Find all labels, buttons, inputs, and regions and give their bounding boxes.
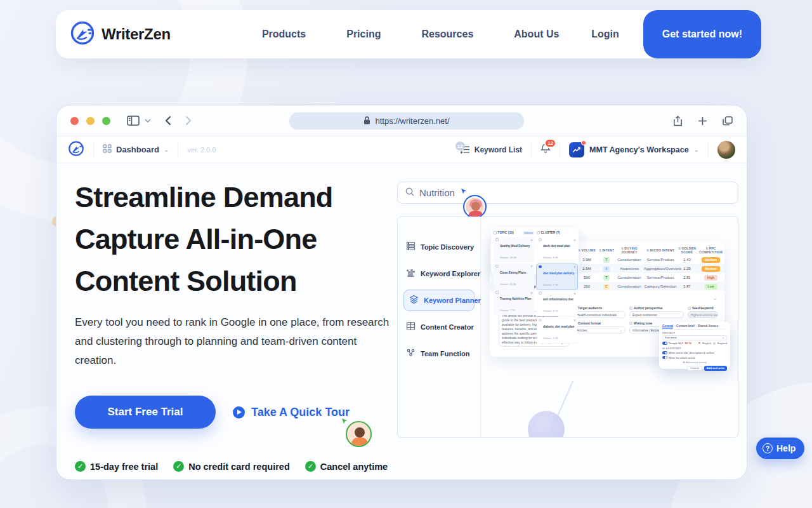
radio-icon xyxy=(539,265,542,269)
keyword-list-badge: 12 xyxy=(455,142,465,150)
divider xyxy=(531,143,532,157)
menu-item-content-creator[interactable]: Content Creator xyxy=(398,314,480,340)
column-golden-score: ⇅GOLDEN SCORE xyxy=(677,246,697,254)
headline-line-3: Content Solution xyxy=(75,260,386,302)
cell-journey: Consideration xyxy=(615,258,644,262)
cell-golden: 1.43 xyxy=(677,258,697,262)
cell-ppc: High xyxy=(697,275,724,281)
cell-volume: 260 xyxy=(575,284,598,288)
user-avatar[interactable] xyxy=(717,141,735,159)
cell-volume: 3.9M xyxy=(575,258,598,262)
nav-link-resources[interactable]: Resources xyxy=(421,29,473,40)
workspace-icon xyxy=(569,142,584,157)
menu-item-keyword-explorer[interactable]: Keyword Explorer xyxy=(398,260,480,287)
cell-ppc: Medium xyxy=(697,257,724,263)
browser-chrome-bar: https://writerzen.net/ xyxy=(56,105,747,137)
topic-column: TOPIC (10) Volume Healthy Meal DeliveryV… xyxy=(494,230,534,272)
target-audience-input: Health-conscious individuals xyxy=(573,311,625,318)
question-mark-icon: ? xyxy=(763,443,773,453)
keyword-list-icon: 12 xyxy=(461,145,470,154)
team-function-icon xyxy=(406,348,416,360)
tabs-overview-icon[interactable] xyxy=(723,116,733,126)
cluster-item-selected: diet meal plan deliveryVolume: 7.3K ⚙ xyxy=(537,264,577,290)
minimize-window-icon[interactable] xyxy=(86,117,95,125)
checklist-label: No credit card required xyxy=(188,462,290,472)
lock-icon xyxy=(363,116,370,127)
checkbox-icon xyxy=(494,231,497,234)
ai-toggle-label: Write article title, description & outli… xyxy=(669,351,714,354)
cell-micro: Service/Product xyxy=(644,276,677,279)
column-buying-journey: ⇅BUYING JOURNEY xyxy=(615,246,644,254)
sidebar-toggle-icon[interactable] xyxy=(127,116,140,126)
checklist-item: ✓ 15-day free trial xyxy=(75,461,158,472)
cancel-button: Cancel xyxy=(687,366,702,371)
radio-icon xyxy=(539,238,542,241)
start-free-trial-button[interactable]: Start Free Trial xyxy=(75,396,216,429)
column-ppc-competition: ⇅PPC COMPETITION xyxy=(697,246,724,254)
forward-icon[interactable] xyxy=(185,116,192,126)
notifications-button[interactable]: 12 xyxy=(540,143,551,156)
topic-discovery-icon xyxy=(406,241,416,253)
divider xyxy=(560,143,560,157)
traffic-lights xyxy=(70,117,110,125)
field-label: ⓘSeed keyword xyxy=(688,306,718,310)
search-icon xyxy=(405,187,414,199)
topic-cluster-card: TOPIC (10) Volume Healthy Meal DeliveryV… xyxy=(491,227,579,274)
topic-item: Clean Eating PlansVolume: 15.8K ⚙ xyxy=(494,264,534,289)
workspace-alert-dot xyxy=(581,140,586,145)
address-bar[interactable]: https://writerzen.net/ xyxy=(289,112,524,130)
content-format-select: Articles⌄ xyxy=(573,326,625,333)
chevron-down-icon: ⌄ xyxy=(164,146,169,153)
get-started-button[interactable]: Get started now! xyxy=(643,10,761,58)
dashboard-label: Dashboard xyxy=(116,145,159,154)
modal-buttons: Cancel Add and write xyxy=(662,366,727,371)
close-window-icon[interactable] xyxy=(70,117,79,125)
dashboard-menu[interactable]: Dashboard ⌄ xyxy=(103,144,169,156)
nav-link-about-us[interactable]: About Us xyxy=(514,29,559,40)
back-icon[interactable] xyxy=(165,116,171,126)
url-text: https://writerzen.net/ xyxy=(375,116,449,126)
nav-link-products[interactable]: Products xyxy=(262,29,306,40)
quick-tour-link[interactable]: Take A Quick Tour xyxy=(233,406,350,419)
ai-assistant-label: AI ASSISTANT xyxy=(662,347,727,350)
menu-item-keyword-planner[interactable]: Keyword Planner xyxy=(403,290,475,311)
maximize-window-icon[interactable] xyxy=(102,117,110,125)
chevron-down-icon: ⌄ xyxy=(694,146,699,153)
project-select: Diet meal⌄ xyxy=(662,335,727,340)
cell-ppc: Medium xyxy=(697,266,724,272)
cluster-item: diabetic diet meal planVolume: 2.9K ⚙ xyxy=(537,318,577,344)
radio-icon xyxy=(539,319,542,322)
workspace-label: MMT Agency's Workspace xyxy=(589,145,689,154)
play-icon xyxy=(233,406,245,418)
menu-item-topic-discovery[interactable]: Topic Discovery xyxy=(398,234,480,260)
new-tab-icon[interactable] xyxy=(698,116,707,126)
gear-icon: ⚙ xyxy=(573,292,576,295)
benefits-checklist: ✓ 15-day free trial ✓ No credit card req… xyxy=(75,461,388,472)
brand[interactable]: WriterZen xyxy=(70,20,171,48)
locale-group: ⚑ English ◎ England xyxy=(698,342,727,345)
menu-label: Keyword Explorer xyxy=(421,270,480,277)
nav-right: Login Get started now! xyxy=(591,10,761,58)
cell-micro: Aggregation/Overview xyxy=(644,267,677,271)
blue-cursor-icon xyxy=(460,187,468,198)
collapse-chevron-icon: ⌄ xyxy=(713,296,717,301)
keyword-list-button[interactable]: 12 Keyword List xyxy=(461,145,522,154)
login-link[interactable]: Login xyxy=(591,29,619,40)
menu-item-team-function[interactable]: Team Function xyxy=(398,340,480,367)
gear-icon: ⚙ xyxy=(530,265,533,268)
share-icon[interactable] xyxy=(673,116,683,126)
gear-icon: ⚙ xyxy=(530,239,533,242)
help-button[interactable]: ? Help xyxy=(756,438,804,459)
cell-intent: I xyxy=(598,266,615,272)
nav-link-pricing[interactable]: Pricing xyxy=(346,29,381,40)
writerzen-app-logo-icon[interactable] xyxy=(68,140,84,159)
chevron-down-icon[interactable] xyxy=(145,119,151,123)
cell-intent: C xyxy=(598,284,615,290)
ai-toggle-label: Write the whole article xyxy=(669,356,695,359)
gear-icon: ⚙ xyxy=(573,239,576,242)
search-input[interactable]: Nutrition xyxy=(397,182,738,204)
workspace-switcher[interactable]: MMT Agency's Workspace ⌄ xyxy=(569,142,699,157)
checkbox-icon xyxy=(495,238,499,241)
cell-journey: Consideration xyxy=(615,276,644,279)
task-settings-modal: General Content brief Shared Access PROJ… xyxy=(659,322,730,369)
